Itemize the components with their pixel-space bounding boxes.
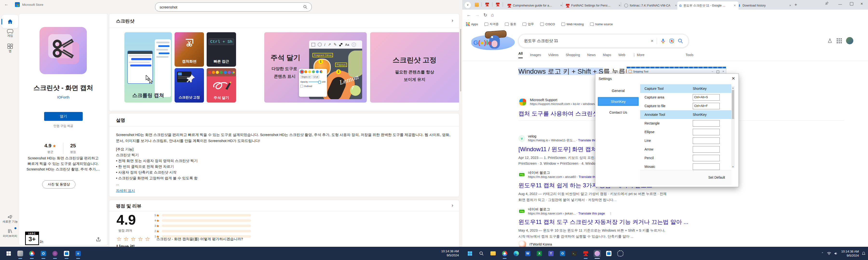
share-icon[interactable]	[96, 237, 101, 242]
font-select[interactable]: Segou UI	[301, 75, 311, 79]
result-site-name[interactable]: 네이버 블로그	[528, 207, 612, 212]
sidebar-item-library[interactable]: 라이브러리	[0, 228, 20, 238]
taskbar-app-outlook[interactable]: O	[559, 250, 566, 257]
google-doodle-logo[interactable]: G(●)le	[471, 31, 515, 52]
age-rating-link[interactable]: 3+	[40, 239, 43, 243]
taskbar-app-excel[interactable]: X	[536, 250, 543, 257]
taskbar-app-folder[interactable]	[490, 250, 497, 257]
opacity-slider[interactable]	[309, 82, 321, 82]
tab-more[interactable]: ⋮ More	[632, 53, 645, 57]
tab-web[interactable]: Web	[618, 53, 625, 57]
taskbar-left-clock[interactable]: 10:14:38 AM 9/5/2024	[441, 249, 459, 257]
tab-videos[interactable]: Videos	[548, 53, 559, 57]
tab-search-icon[interactable]: ∨	[465, 2, 471, 8]
photos-videos-button[interactable]: 사진 및 동영상	[42, 180, 75, 188]
translate-link[interactable]: Translate this page	[579, 212, 605, 215]
screenshot-tile-pin[interactable]: 스크린샷 고정	[175, 68, 204, 103]
restore-icon[interactable]	[850, 2, 853, 5]
show-more-link[interactable]: 자세히 표시	[116, 188, 135, 193]
tab-fortinac-settings[interactable]: FortiNAC Settings for Persistent ×	[564, 1, 623, 10]
screenshot-tile-capture[interactable]: 캡쳐화면	[175, 32, 204, 67]
scrollbar-thumb[interactable]	[732, 90, 734, 119]
pencil-shortcut-input[interactable]	[693, 155, 720, 161]
store-scrollbar[interactable]	[460, 29, 461, 91]
line-shortcut-input[interactable]	[693, 138, 720, 144]
sidebar-item-whats-new[interactable]: 새로운 기능	[0, 214, 20, 224]
taskbar-app-terminal[interactable]: >_	[570, 250, 578, 257]
taskbar-app-settings[interactable]	[617, 250, 624, 257]
taskbar-app-snipping-active[interactable]	[594, 250, 601, 257]
arrow-shortcut-input[interactable]	[693, 146, 720, 153]
result-url[interactable]: https://m.blog.naver.com › jwkan...	[528, 212, 576, 215]
sidebar-item-games[interactable]: 게임	[0, 29, 20, 38]
browser-home-icon[interactable]: ⌂	[491, 12, 494, 17]
capture-to-file-shortcut-input[interactable]: Ctrl+Alt+F	[693, 103, 720, 109]
back-arrow-icon[interactable]: ←	[4, 2, 8, 7]
tray-chevron-up-icon[interactable]: ⌃	[821, 252, 824, 255]
taskbar-right-clock[interactable]: 10:14:38 AM 9/5/2024	[841, 250, 859, 258]
settings-scrollbar[interactable]: ▲ ▼	[731, 86, 735, 168]
search-submit-icon[interactable]	[678, 38, 683, 44]
bookmark-apps[interactable]: Apps	[466, 23, 478, 26]
result-url[interactable]: https://support.microsoft.com › ko-kr › …	[530, 102, 603, 106]
close-window-icon[interactable]: ×	[861, 1, 863, 6]
taskbar-app-fortinet[interactable]	[582, 250, 589, 257]
pinned-tab-1[interactable]	[475, 3, 479, 7]
google-profile-avatar[interactable]	[846, 37, 853, 44]
mosaic-shortcut-input[interactable]	[693, 163, 720, 170]
snip-close-icon[interactable]: ×	[723, 70, 724, 73]
rate-app-row[interactable]: ☆☆☆☆☆ 스크린샷 - 화면 캡처을(를) 어떻게 평가하시겠습니까?	[117, 236, 243, 243]
google-search-box[interactable]: 윈도우 스크린샷 11 ×	[518, 34, 689, 48]
google-lens-icon[interactable]	[669, 38, 674, 44]
bookmark-folder-cisco[interactable]: CISCO	[540, 23, 555, 26]
rate-stars[interactable]: ☆☆☆☆☆	[117, 236, 152, 243]
tab-all[interactable]: All	[518, 51, 523, 58]
ratings-chevron-icon[interactable]: ›	[452, 202, 453, 208]
taskbar-app-store[interactable]	[605, 250, 613, 257]
browser-forward-icon[interactable]: →	[475, 12, 479, 17]
labs-icon[interactable]	[828, 38, 832, 43]
result-site-name[interactable]: Microsoft Support	[530, 98, 603, 102]
result-menu-icon[interactable]: ⋮	[609, 212, 612, 215]
taskbar-app-store[interactable]	[63, 250, 70, 257]
notification-bell-icon[interactable]	[862, 252, 866, 255]
result-site-name[interactable]: ITWorld Korea	[529, 243, 552, 246]
start-button[interactable]	[466, 250, 473, 257]
taskbar-app-photos[interactable]	[17, 250, 24, 257]
settings-nav-shortkey[interactable]: ShortKey	[598, 97, 639, 106]
result-url[interactable]: https://m.blog.naver.com › atssa60	[528, 175, 576, 179]
tab-downloads[interactable]: ⬇ Download history ×	[736, 1, 794, 10]
screenshot-tile-scrolling[interactable]: 스크롤링 캡쳐	[124, 32, 172, 103]
tab-fortinac-vm[interactable]: fortinac::7.4::FortiNAC-VM-CA ×	[622, 1, 680, 10]
screenshot-tile-annotate[interactable]: 주석 달기	[207, 68, 236, 103]
result-url[interactable]: https://velog.io › Window11-윈도...	[528, 139, 575, 142]
snip-minimize-icon[interactable]: –	[712, 70, 713, 73]
bookmark-folder-homesource[interactable]: home source	[590, 23, 613, 26]
bookmark-folder-certs[interactable]: 자격증	[485, 22, 499, 26]
taskbar-app-mail[interactable]: o	[74, 250, 82, 257]
tab-images[interactable]: Images	[530, 53, 541, 57]
tab-google-search-active[interactable]: G 윈도우 스크린샷 11 - Google Se ×	[677, 1, 739, 10]
voice-search-icon[interactable]	[660, 38, 666, 44]
google-apps-grid-icon[interactable]	[837, 38, 842, 43]
screenshot-tile-quick[interactable]: Ctrl + Sh 빠른 접근	[207, 32, 236, 67]
feature-tile-pin[interactable]: 스크린샷 고정 필요한 콘텐츠를 항상 보이게 유지	[370, 32, 459, 103]
scroll-down-icon[interactable]: ▼	[731, 165, 735, 168]
clear-search-icon[interactable]: ×	[647, 38, 657, 44]
taskbar-app-chrome[interactable]	[501, 250, 508, 257]
browser-back-icon[interactable]: ←	[467, 12, 471, 17]
tab-shopping[interactable]: Shopping	[566, 53, 580, 57]
ellipse-shortcut-input[interactable]	[693, 129, 720, 135]
taskbar-app-outlook[interactable]: O	[40, 250, 47, 257]
result-site-name[interactable]: velog	[528, 134, 605, 138]
outlined-checkbox[interactable]	[301, 85, 303, 87]
result-title-link[interactable]: 윈도우11 캡처 도구 스크린샷 자동저장 기능 켜거나 끄는법 알아 ...	[518, 218, 688, 226]
volume-icon[interactable]	[834, 252, 838, 255]
taskbar-app-word[interactable]: W	[524, 250, 531, 257]
sidebar-item-home[interactable]	[2, 15, 18, 28]
scroll-up-icon[interactable]: ▲	[731, 86, 735, 89]
taskbar-app-chrome[interactable]	[28, 250, 35, 257]
store-search-input[interactable]: screenshot	[155, 2, 312, 11]
rating-count[interactable]: 25 평점	[70, 143, 76, 154]
chevron-right-icon[interactable]: ›	[452, 17, 453, 23]
